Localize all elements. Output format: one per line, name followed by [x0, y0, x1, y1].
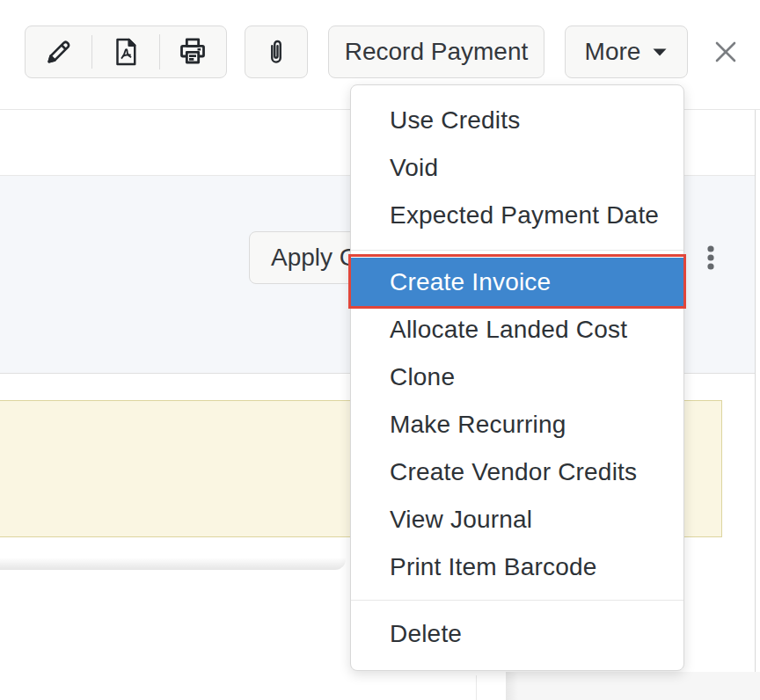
record-payment-label: Record Payment — [345, 38, 529, 66]
close-x-icon — [709, 35, 742, 69]
menu-item-view-journal[interactable]: View Journal — [351, 496, 683, 543]
more-button[interactable]: More — [565, 26, 688, 78]
menu-divider — [351, 250, 683, 251]
content-right-border — [755, 109, 756, 672]
paperclip-icon — [263, 35, 289, 69]
menu-item-expected-payment-date[interactable]: Expected Payment Date — [351, 192, 683, 239]
print-button[interactable] — [159, 34, 226, 69]
menu-item-make-recurring[interactable]: Make Recurring — [351, 401, 683, 448]
more-label: More — [585, 38, 641, 66]
menu-item-void[interactable]: Void — [351, 144, 683, 192]
menu-item-create-invoice[interactable]: Create Invoice — [351, 258, 683, 306]
kebab-menu-icon[interactable] — [704, 243, 718, 274]
section-shadow — [0, 558, 346, 570]
menu-item-allocate-landed-cost[interactable]: Allocate Landed Cost — [351, 306, 683, 354]
menu-divider — [351, 600, 683, 601]
export-pdf-button[interactable] — [91, 35, 158, 69]
close-button[interactable] — [707, 33, 744, 70]
edit-button[interactable] — [26, 35, 91, 69]
apply-credits-label: Apply C — [271, 244, 357, 272]
menu-item-use-credits[interactable]: Use Credits — [351, 97, 683, 144]
attachments-button[interactable] — [245, 26, 308, 78]
menu-item-create-vendor-credits[interactable]: Create Vendor Credits — [351, 448, 683, 496]
record-payment-button[interactable]: Record Payment — [328, 26, 544, 78]
more-dropdown-menu: Use Credits Void Expected Payment Date C… — [350, 84, 684, 671]
chevron-down-icon — [652, 47, 668, 57]
column-divider — [476, 675, 477, 700]
menu-item-delete[interactable]: Delete — [351, 610, 683, 658]
menu-item-print-item-barcode[interactable]: Print Item Barcode — [351, 543, 683, 591]
bill-details-screen: Record Payment More Apply C Use Credits … — [0, 0, 760, 700]
lower-section-edge — [506, 672, 760, 700]
printer-icon — [175, 34, 210, 69]
pdf-file-icon — [110, 35, 142, 69]
icon-button-group — [25, 26, 227, 78]
menu-item-clone[interactable]: Clone — [351, 354, 683, 401]
pencil-icon — [42, 35, 76, 69]
